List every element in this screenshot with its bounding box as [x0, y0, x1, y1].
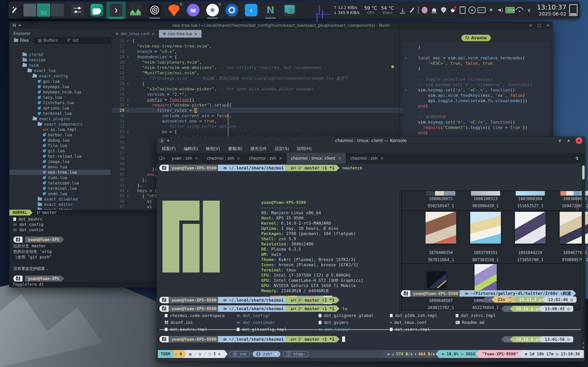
tree-item-image.lua[interactable]: image.lua — [9, 159, 111, 164]
tmux-vertical-pane-border[interactable] — [399, 191, 400, 329]
konsole-tab-1[interactable]: chezmoi : zsh× — [203, 153, 245, 164]
taskbar-app-neovim[interactable]: N — [261, 1, 280, 19]
maximize-icon[interactable]: □ — [537, 23, 541, 27]
taskbar-app-password-manager[interactable] — [222, 1, 242, 19]
maximize-icon[interactable]: ∧ — [567, 138, 570, 143]
tree-item-hot-reload.lua[interactable]: hot-reload.lua — [9, 154, 111, 159]
explorer-tab-files[interactable]: Files — [9, 37, 33, 44]
buffer-tab-neo-tree.lua[interactable]: neo-tree.lua× — [159, 30, 202, 38]
bird-alert-icon[interactable] — [448, 5, 458, 16]
tree-item-listchars.lua[interactable]: listchars.lua — [9, 100, 111, 105]
ls-file-dot_gitignore_global[interactable]: dot_gitignore_global — [319, 313, 374, 318]
tree-item-keymaps_nvim.lua[interactable]: keymaps_nvim.lua — [9, 89, 111, 95]
tree-item-keymaps.lua[interactable]: keymaps.lua — [9, 84, 111, 89]
close-icon[interactable]: × — [576, 137, 582, 144]
keyboard-icon[interactable] — [477, 5, 486, 16]
ls-file-dot_bashrc.tmpl[interactable]: dot_bashrc.tmpl — [165, 327, 207, 332]
nvim-titlebar[interactable]: N ➤ neo-tree.lua (~/.local/share/chezmoi… — [9, 22, 553, 29]
fold-icon[interactable]: ∨ — [127, 102, 129, 108]
menu-item-0[interactable]: 檔案(F) — [162, 146, 176, 151]
tree-item-exact_components[interactable]: exact_components — [9, 121, 111, 127]
tree-item-ai.lua.tmpl[interactable]: </>ai.lua.tmpl — [9, 127, 111, 132]
minimize-icon[interactable]: ∨ — [558, 138, 562, 143]
buffer-tab-dot_tmux.conf[interactable]: ⚙dot_tmux.conf× — [112, 30, 159, 38]
ls-file-dot_gitconfig.tmpl[interactable]: dot_gitconfig.tmpl — [237, 327, 287, 332]
close-icon[interactable]: × — [237, 156, 240, 161]
ls-file-dot_tmux.conf[interactable]: ⚙dot_tmux.conf — [390, 320, 427, 325]
close-icon[interactable]: × — [194, 32, 198, 36]
konsole-tab-2[interactable]: chezmoi : zsh× — [245, 153, 287, 164]
ls-file-dot_vimrc.tmpl[interactable]: dot_vimrc.tmpl — [390, 327, 430, 332]
fold-icon[interactable]: ∨ — [127, 81, 129, 86]
tmux-window-1[interactable]: 1zsh*× — [253, 351, 280, 357]
taskbar-app-system-settings[interactable] — [68, 1, 87, 19]
tree-item-debug.lua[interactable]: debug.lua — [9, 137, 111, 143]
virtual-desktop-4[interactable] — [51, 4, 64, 17]
konsole-tab-0[interactable]: yuan : zsh× — [167, 153, 203, 164]
terminal-area[interactable]: yuan@Yuan-XPS-9500🗁 ~/.local/share/chezm… — [157, 164, 582, 350]
taskbar-app-screenshot-tool[interactable] — [280, 1, 299, 19]
tree-item-neovide[interactable]: neovide — [9, 57, 111, 63]
chevron-down-icon[interactable]: ∨ — [524, 5, 534, 16]
battery-icon[interactable] — [505, 5, 515, 16]
close-icon[interactable]: × — [195, 156, 198, 161]
taskbar-app-system-monitor[interactable] — [126, 1, 145, 19]
nvim-window-buttons[interactable]: ∨□× — [529, 23, 550, 27]
taskbar-app-file-manager[interactable] — [87, 1, 106, 19]
recorder-dot-icon[interactable] — [420, 5, 429, 16]
taskbar-app-messenger[interactable]: w — [184, 1, 203, 19]
fold-icon[interactable]: ∨ — [127, 97, 129, 102]
media-play-icon[interactable] — [467, 5, 477, 16]
minimize-icon[interactable]: ∨ — [529, 23, 532, 27]
tree-item-terminal.lua[interactable]: terminal.lua — [9, 186, 111, 191]
tree-item-neo-tree.lua[interactable]: neo-tree.lua — [9, 170, 111, 175]
close-icon[interactable]: × — [151, 32, 155, 36]
konsole-titlebar[interactable]: ❯ ➤ chezmoi : tmux: client — Konsole ∨∧× — [157, 137, 585, 144]
ls-file-dconf.ini[interactable]: dconf.ini — [165, 320, 193, 325]
pane-layout-icon[interactable]: ▤ — [187, 352, 194, 356]
security-shield-icon[interactable] — [439, 5, 448, 16]
tree-item-file.lua[interactable]: file.lua — [9, 143, 111, 148]
close-icon[interactable]: × — [279, 156, 282, 161]
tree-item-terminal.lua[interactable]: terminal.lua — [9, 111, 111, 116]
tree-item-undo.lua[interactable]: undo.lua — [9, 191, 111, 196]
tree-item-barbar.lua[interactable]: barbar.lua — [9, 132, 111, 137]
new-tab-split-button[interactable]: ❏∨ — [157, 156, 167, 160]
scroll-down-icon[interactable]: ∨ — [582, 345, 585, 349]
pane-layout-icon[interactable]: ❐ 3 + — [206, 352, 223, 356]
tree-item-telescope.lua[interactable]: telescope.lua — [9, 180, 111, 186]
gallery-scrollbar[interactable] — [576, 192, 579, 211]
scrollbar-thumb[interactable] — [582, 166, 585, 180]
ls-file-dot_p10k.zsh.tmpl[interactable]: dot_p10k.zsh.tmpl — [390, 313, 437, 318]
fold-icon[interactable]: ∨ — [405, 55, 407, 60]
explorer-tab-git[interactable]: Git — [62, 37, 83, 44]
fold-icon[interactable]: ∨ — [127, 188, 129, 193]
menu-item-6[interactable]: 說明(H) — [297, 146, 311, 151]
image-thumbnail[interactable] — [470, 212, 501, 244]
fold-icon[interactable]: ∨ — [127, 38, 129, 43]
tree-item-iterm2[interactable]: iterm2 — [9, 52, 111, 57]
download-icon[interactable]: ↓ — [398, 5, 407, 16]
image-thumbnail[interactable] — [471, 191, 500, 196]
image-thumbnail[interactable] — [425, 212, 456, 244]
pane-layout-icon[interactable]: ◫ — [196, 352, 204, 356]
close-icon[interactable]: × — [338, 156, 341, 161]
scroll-up-icon[interactable]: ∧ — [582, 341, 585, 345]
tmux-window-0[interactable]: 0zsh — [229, 351, 250, 357]
tmux-active-pane-border[interactable] — [159, 329, 581, 330]
close-icon[interactable]: × — [275, 352, 277, 356]
ls-file-dot_gvimrc[interactable]: dot_gvimrc — [319, 320, 349, 325]
tree-item-sudo.lua[interactable]: sudo.lua — [9, 175, 111, 180]
volume-icon[interactable] — [496, 5, 505, 16]
image-thumbnail[interactable] — [426, 191, 455, 196]
close-icon[interactable]: × — [546, 23, 550, 27]
menu-item-5[interactable]: 設定(S) — [275, 146, 289, 151]
show-desktop-button[interactable] — [569, 4, 578, 16]
tree-item-exact_plugins[interactable]: exact_plugins — [9, 116, 111, 121]
taskbar-app-vscode[interactable]: ‹ — [242, 1, 261, 19]
konsole-tab-3[interactable]: chezmoi : tmux: client× — [287, 153, 346, 164]
taskbar-app-chatgpt[interactable]: ✳)) — [203, 1, 222, 19]
ls-file-dot_config/[interactable]: 🗁dot_config/ — [237, 313, 270, 318]
fold-icon[interactable]: ∨ — [127, 54, 129, 59]
ls-file-dot_zshrc.tmpl[interactable]: dot_zshrc.tmpl — [456, 313, 496, 318]
